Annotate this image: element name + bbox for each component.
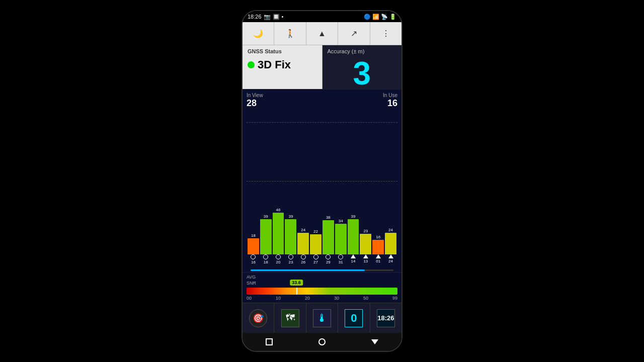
zero-nav-button[interactable]: 0 xyxy=(338,303,370,333)
gnss-panel: GNSS Status 3D Fix xyxy=(243,45,323,89)
sat-id-label-23: 23 xyxy=(288,260,293,264)
sys-back-button[interactable] xyxy=(369,336,381,348)
bar-rect-31 xyxy=(335,224,347,254)
sat-id-group-18: 18 xyxy=(260,254,272,264)
square-icon xyxy=(266,338,273,345)
sat-id-group-20: 20 xyxy=(273,254,284,264)
bar-rect-27 xyxy=(310,234,321,254)
time-nav-button[interactable]: 18:26 xyxy=(370,303,401,333)
bar-group-01: 16 xyxy=(372,235,384,254)
app-content: 🌙 🚶 ▲ ↗ ⋮ GNSS Status 3D Fix Accuracy (±… xyxy=(243,22,401,333)
in-use-label: In Use xyxy=(383,93,397,98)
more-button[interactable]: ⋮ xyxy=(370,22,401,45)
bar-rect-18 xyxy=(260,219,272,254)
in-view-label: In View xyxy=(247,93,263,98)
navigation-button[interactable]: ▲ xyxy=(306,22,338,45)
bar-group-20: 46 xyxy=(273,208,284,254)
zero-icon: 0 xyxy=(345,309,363,327)
accuracy-panel: Accuracy (± m) 3 xyxy=(323,45,402,89)
map-icon: 🗺 xyxy=(281,309,299,327)
gnss-green-dot xyxy=(248,61,255,68)
sat-id-label-27: 27 xyxy=(313,260,318,264)
in-view-section: In View 28 xyxy=(247,93,263,109)
bar-value-18: 39 xyxy=(264,214,268,219)
bar-rect-20 xyxy=(273,213,284,254)
temp-nav-button[interactable]: 🌡 xyxy=(306,303,338,333)
accuracy-panel-title: Accuracy (± m) xyxy=(328,48,397,54)
snr-bar-wrapper: SNR 33.6 xyxy=(247,281,397,295)
sat-id-group-16: 16 xyxy=(248,254,259,264)
bar-value-13: 23 xyxy=(363,229,368,233)
bar-rect-29 xyxy=(323,220,334,254)
time-icon: 18:26 xyxy=(377,309,395,327)
sat-triangle-icon-14 xyxy=(351,254,356,258)
bar-group-16: 18 xyxy=(248,233,259,254)
sat-id-group-29: 29 xyxy=(323,254,334,264)
sat-id-label-01: 01 xyxy=(376,259,380,263)
snr-bar-bg xyxy=(247,288,397,295)
night-mode-button[interactable]: 🌙 xyxy=(243,22,274,45)
snr-scale-99: 99 xyxy=(392,296,397,301)
triangle-icon xyxy=(371,339,378,344)
bar-group-27: 22 xyxy=(310,229,321,254)
sat-id-label-13: 13 xyxy=(363,259,368,263)
gnss-panel-title: GNSS Status xyxy=(248,48,317,54)
snr-scale-10: 10 xyxy=(276,296,281,301)
sat-id-label-18: 18 xyxy=(264,260,268,264)
bar-group-18: 39 xyxy=(260,214,272,254)
sat-triangle-icon-01 xyxy=(376,254,381,258)
snr-bar-area: 33.6 xyxy=(247,288,397,295)
sat-id-group-31: 31 xyxy=(335,254,347,264)
gnss-fix-text: 3D Fix xyxy=(258,58,291,71)
scroll-bar[interactable] xyxy=(251,269,393,271)
bar-rect-14 xyxy=(348,219,359,254)
bar-rect-01 xyxy=(372,240,384,254)
in-use-value: 16 xyxy=(383,98,397,109)
sat-id-label-14: 14 xyxy=(351,259,356,263)
sat-id-label-24: 24 xyxy=(388,259,393,263)
sat-circle-icon-23 xyxy=(288,254,293,259)
info-row: GNSS Status 3D Fix Accuracy (± m) 3 xyxy=(243,45,401,89)
sat-circle-icon-20 xyxy=(276,254,281,259)
snr-marker xyxy=(296,288,297,295)
satellite-panel: In View 28 In Use 16 1839463924223834392… xyxy=(243,89,401,272)
bar-rect-16 xyxy=(248,238,259,254)
sat-ids-row: 161820232627293114130124 xyxy=(247,254,397,268)
dot-indicator: • xyxy=(282,14,284,20)
scroll-thumb xyxy=(251,269,365,271)
bar-group-29: 38 xyxy=(323,215,334,254)
bar-group-26: 24 xyxy=(297,228,309,254)
in-use-section: In Use 16 xyxy=(383,93,397,109)
snr-scale-50: 50 xyxy=(363,296,368,301)
bar-value-24: 24 xyxy=(388,228,393,232)
sys-home-button[interactable] xyxy=(316,336,328,348)
bar-value-26: 24 xyxy=(301,228,305,232)
status-time: 18:26 xyxy=(248,14,262,20)
bar-rect-24 xyxy=(385,233,396,254)
pedestrian-button[interactable]: 🚶 xyxy=(274,22,306,45)
snr-bar xyxy=(247,288,397,295)
sat-id-group-13: 13 xyxy=(360,254,371,263)
chart-area: 183946392422383439231624 161820232627293… xyxy=(247,110,397,268)
system-nav-bar xyxy=(243,333,401,351)
snr-scale-0: 00 xyxy=(247,296,252,301)
sat-circle-icon-31 xyxy=(338,254,343,259)
map-nav-button[interactable]: 🗺 xyxy=(274,303,306,333)
sat-id-label-20: 20 xyxy=(276,260,281,264)
status-bar-left: 18:26 📷 🔲 • xyxy=(248,14,283,20)
snr-bubble: 33.6 xyxy=(290,280,303,286)
phone-container: 18:26 📷 🔲 • 🔵 📶 📡 🔋 🌙 🚶 ▲ ↗ ⋮ GNSS Statu… xyxy=(242,10,403,352)
radar-nav-button[interactable]: 🎯 xyxy=(243,303,274,333)
sat-circle-icon-18 xyxy=(263,254,268,259)
temp-icon: 🌡 xyxy=(313,309,331,327)
accuracy-value: 3 xyxy=(328,57,397,89)
sat-id-label-16: 16 xyxy=(251,260,256,264)
signal-icon: 📡 xyxy=(381,14,388,20)
sys-square-button[interactable] xyxy=(263,336,275,348)
bar-group-14: 39 xyxy=(348,214,359,254)
share-button[interactable]: ↗ xyxy=(338,22,370,45)
fix-row: 3D Fix xyxy=(248,58,317,71)
bar-value-29: 38 xyxy=(326,215,331,220)
snr-scale-20: 20 xyxy=(305,296,310,301)
bar-value-31: 34 xyxy=(339,219,343,223)
